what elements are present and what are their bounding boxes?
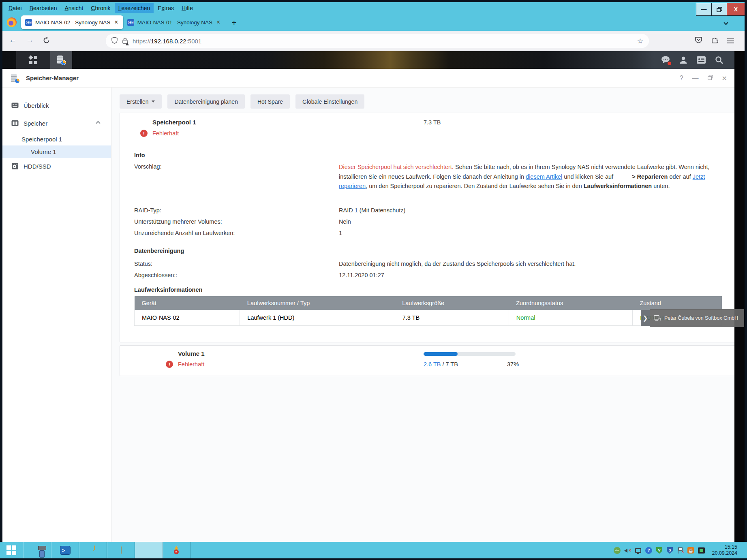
- maximize-button[interactable]: [711, 3, 727, 16]
- tray-remote-display-icon[interactable]: [697, 546, 705, 555]
- column-header[interactable]: Gerät: [135, 296, 240, 310]
- sidebar-item-speicherpool-1[interactable]: Speicherpool 1: [2, 133, 111, 145]
- notification-badge: [668, 62, 671, 65]
- storage-pool-card: ! Speicherpool 1 7.3 TB Fehlerhaft Info …: [120, 113, 736, 342]
- column-header[interactable]: Zustand: [633, 296, 722, 310]
- erstellen-button[interactable]: Erstellen: [120, 94, 162, 109]
- pocket-icon[interactable]: [695, 36, 702, 45]
- menu-item-ansicht[interactable]: Ansicht: [61, 3, 87, 13]
- shield-icon[interactable]: [111, 37, 118, 45]
- button-label: Datenbereinigung planen: [174, 98, 238, 105]
- suggestion-segment: und klicken Sie auf: [562, 173, 615, 180]
- tray-java-icon[interactable]: ☕: [687, 546, 695, 555]
- menu-item-extras[interactable]: Extras: [154, 3, 178, 13]
- back-icon[interactable]: ←: [9, 36, 17, 45]
- row-value: Nein: [339, 218, 351, 225]
- inline-link[interactable]: diesem Artikel: [526, 173, 562, 180]
- suggestion-label: Vorschlag:: [134, 163, 162, 170]
- close-button[interactable]: X: [727, 3, 745, 16]
- menu-item-lesezeichen[interactable]: Lesezeichen: [115, 3, 154, 13]
- start-button[interactable]: [0, 542, 23, 558]
- taskbar-app-powershell[interactable]: >_: [51, 542, 79, 558]
- hamburger-menu-icon[interactable]: [727, 37, 734, 45]
- browser-tab[interactable]: DSMMAIO-NAS-02 - Synology NAS×: [21, 15, 123, 29]
- tab-close-icon[interactable]: ×: [113, 19, 119, 26]
- lock-warning-icon[interactable]: [122, 37, 128, 45]
- minimize-button[interactable]: —: [696, 3, 712, 16]
- window-title-bar[interactable]: Speicher-Manager ? — ✕: [2, 69, 734, 88]
- volume-used[interactable]: 2.6 TB: [424, 361, 441, 368]
- row-label: Unterstützung mehrerer Volumes:: [134, 218, 339, 225]
- info-row: Status:Datenbereinigung nicht möglich, d…: [134, 258, 724, 269]
- sidebar-item-label: HDD/SSD: [24, 163, 51, 170]
- notebook-error-icon: ×: [177, 547, 178, 554]
- list-all-tabs-icon[interactable]: [724, 19, 728, 26]
- taskbar-app-firefox[interactable]: [135, 542, 163, 558]
- menu-item-chronik[interactable]: Chronik: [87, 3, 114, 13]
- extensions-puzzle-icon[interactable]: [711, 36, 719, 45]
- storage-manager-task-button[interactable]: [50, 51, 72, 69]
- suggestion-text: Dieser Speicherpool hat sich verschlecht…: [339, 162, 716, 191]
- datenbereinigung-planen-button[interactable]: Datenbereinigung planen: [167, 94, 244, 109]
- column-header[interactable]: Zuordnungsstatus: [509, 296, 632, 310]
- pool-status: Fehlerhaft: [152, 130, 179, 137]
- taskbar-app-notebook-error[interactable]: ×: [163, 542, 191, 558]
- tab-bar: DSMMAIO-NAS-02 - Synology NAS×DSMMAIO-NA…: [2, 14, 745, 31]
- taskbar-clock[interactable]: 15:15 20.09.2024: [712, 544, 737, 556]
- globale-einstellungen-button[interactable]: Globale Einstellungen: [295, 94, 364, 109]
- tray-flag-error-icon[interactable]: ×: [676, 546, 684, 555]
- menu-item-bearbeiten[interactable]: Bearbeiten: [26, 3, 61, 13]
- user-account-button[interactable]: [674, 51, 692, 69]
- tab-close-icon[interactable]: ×: [216, 19, 221, 26]
- overlay-collapse-icon[interactable]: ❯: [641, 310, 650, 326]
- taskbar-apps: >_×: [0, 542, 191, 558]
- row-value: 1: [339, 230, 342, 236]
- column-header[interactable]: Laufwerksnummer / Typ: [240, 296, 395, 310]
- new-tab-button[interactable]: +: [231, 18, 236, 27]
- menu-item-hilfe[interactable]: Hilfe: [178, 3, 197, 13]
- table-cell: 7.3 TB: [395, 310, 509, 325]
- taskbar-app-scanner[interactable]: [107, 542, 135, 558]
- taskbar-app-file-explorer[interactable]: [79, 542, 107, 558]
- tray-veeam-shield-icon[interactable]: V: [655, 546, 663, 555]
- bookmark-star-icon[interactable]: ☆: [637, 37, 643, 45]
- forward-icon[interactable]: →: [26, 36, 34, 45]
- url-field[interactable]: https://192.168.0.22:5001 ☆: [106, 34, 649, 48]
- error-icon: !: [166, 361, 173, 368]
- sidebar-item-hdd-ssd[interactable]: HDD/SSD: [2, 158, 111, 174]
- storage-manager-icon: [11, 74, 19, 83]
- column-header[interactable]: Laufwerksgröße: [395, 296, 509, 310]
- minimize-icon[interactable]: —: [692, 75, 699, 82]
- taskbar-app-server-manager[interactable]: [23, 542, 51, 558]
- sidebar-item-ueberblick[interactable]: Überblick: [2, 97, 111, 113]
- row-label: Unzureichende Anzahl an Laufwerken:: [134, 230, 339, 236]
- url-port: :5001: [186, 38, 202, 45]
- dsm-top-bar: [2, 51, 734, 69]
- tray-help-icon[interactable]: ?: [644, 546, 653, 555]
- pool-size: 7.3 TB: [424, 119, 441, 126]
- menubar-items: DateiBearbeitenAnsichtChronikLesezeichen…: [5, 3, 197, 13]
- main-menu-button[interactable]: [16, 51, 50, 69]
- error-icon: !: [140, 130, 148, 137]
- close-icon[interactable]: ✕: [722, 75, 727, 82]
- menu-item-datei[interactable]: Datei: [5, 3, 26, 13]
- tray-sbx-icon[interactable]: sbx: [613, 546, 621, 555]
- info-row: Abgeschlossen::12.11.2020 01:27: [134, 269, 724, 281]
- tray-volume-muted-icon[interactable]: ×: [623, 546, 631, 555]
- table-row[interactable]: MAIO-NAS-02Laufwerk 1 (HDD)7.3 TBNormalI…: [135, 310, 722, 325]
- browser-tab[interactable]: DSMMAIO-NAS-01 - Synology NAS×: [123, 15, 225, 29]
- chevron-up-icon[interactable]: [96, 121, 100, 125]
- firefox-logo-icon[interactable]: [7, 17, 17, 27]
- info-row: Unzureichende Anzahl an Laufwerken:1: [134, 227, 724, 239]
- search-icon[interactable]: [710, 51, 728, 69]
- help-icon[interactable]: ?: [680, 75, 683, 82]
- tray-s-shield-icon[interactable]: S: [666, 546, 674, 555]
- sidebar-item-volume-1[interactable]: Volume 1: [2, 145, 111, 158]
- restore-icon[interactable]: [708, 75, 713, 82]
- hot-spare-button[interactable]: Hot Spare: [250, 94, 290, 109]
- notifications-button[interactable]: [657, 51, 674, 69]
- reload-icon[interactable]: [43, 37, 50, 46]
- tray-network-icon[interactable]: [634, 546, 642, 555]
- widgets-button[interactable]: [692, 51, 710, 69]
- sidebar-item-speicher[interactable]: Speicher: [2, 115, 111, 131]
